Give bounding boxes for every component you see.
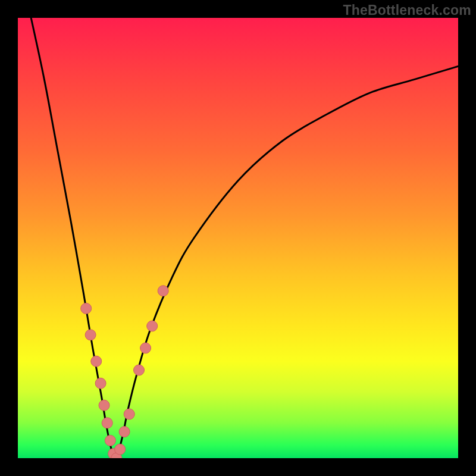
bottleneck-curve — [18, 18, 458, 458]
data-point — [147, 321, 158, 331]
data-point — [95, 378, 106, 389]
watermark-text: TheBottleneck.com — [343, 2, 471, 18]
data-point — [81, 303, 92, 314]
data-point — [124, 409, 134, 419]
curve-path — [31, 18, 458, 458]
data-point — [85, 330, 96, 340]
data-point — [99, 400, 109, 411]
plot-area — [18, 18, 458, 458]
data-point — [102, 418, 112, 428]
data-point — [105, 435, 115, 446]
data-point — [134, 365, 145, 375]
data-point — [140, 343, 151, 353]
data-point — [119, 427, 130, 437]
chart-frame: TheBottleneck.com — [0, 0, 476, 476]
data-point — [115, 444, 126, 455]
data-point — [91, 356, 102, 367]
data-point — [158, 286, 168, 296]
